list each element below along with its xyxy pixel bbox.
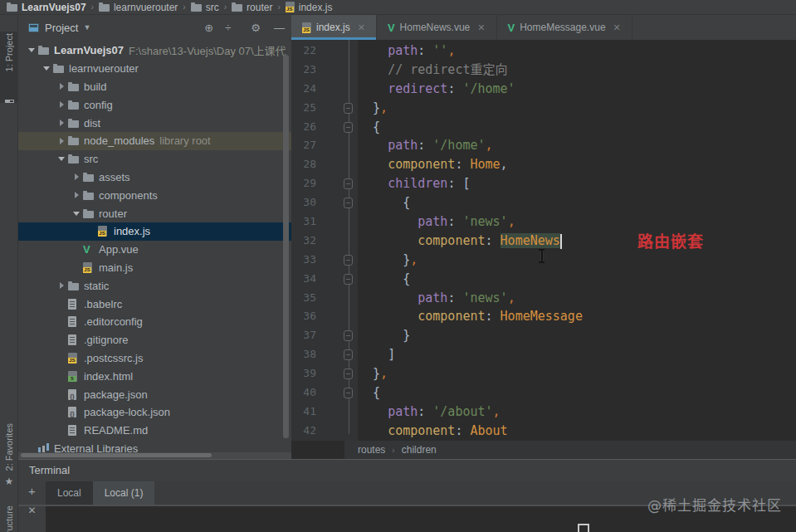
chevron-expanded-icon[interactable] [28,48,35,52]
editor-tab[interactable]: index.js✕ [291,15,377,40]
favorites-stripe-label: 2: Favorites [4,423,14,471]
tree-item-learnvuejs07[interactable]: LearnVuejs07F:\share\13-Vuejs\Day 07\上课代 [18,41,291,60]
tree-item-router[interactable]: router [18,204,291,222]
line-number: 41 [291,403,316,422]
code-text: }, [358,99,388,118]
js-icon [98,226,107,237]
breadcrumb-item[interactable]: index.js [286,2,333,13]
tree-item--editorconfig[interactable]: .editorconfig [18,313,291,331]
terminal-tab[interactable]: Local [46,481,93,505]
tree-item-package-json[interactable]: package.json [18,385,291,403]
tree-arrow [55,120,68,126]
tree-label: README.md [84,424,148,437]
fold-column [316,118,358,137]
breadcrumb-item[interactable]: learnvuerouter [99,2,178,13]
tree-item-package-lock-json[interactable]: package-lock.json [18,403,291,422]
tree-item--gitignore[interactable]: .gitignore [18,331,291,349]
code-line-39: 39 }, [291,364,796,383]
code-text: path: '/home', [358,136,493,155]
fold-icon[interactable] [344,122,353,133]
chevron-expanded-icon[interactable] [58,157,65,161]
fold-icon[interactable] [344,349,353,360]
tree-item-node-modules[interactable]: node_moduleslibrary root [18,132,291,150]
chevron-collapsed-icon[interactable] [60,138,64,144]
chevron-expanded-icon[interactable] [73,212,80,216]
tree-icon-slot [83,209,98,218]
tree-item-index-html[interactable]: index.html [18,367,291,385]
fold-icon[interactable] [344,103,353,114]
tree-icon-slot [68,371,83,382]
tree-item-readme-md[interactable]: README.md [18,422,291,440]
fold-icon[interactable] [344,255,353,266]
tree-vscrollbar[interactable] [283,55,289,438]
code-line-32: 32 component: HomeNews [291,232,796,251]
chevron-down-icon[interactable]: ▼ [83,23,90,32]
tree-item-static[interactable]: static [18,276,291,295]
close-terminal-button[interactable]: ✕ [27,505,36,516]
locate-icon[interactable]: ⊕ [204,22,213,34]
code-editor[interactable]: 22 path: '',23 // redirect重定向24 redirect… [291,40,796,459]
tree-arrow [55,138,68,144]
fold-icon[interactable] [344,274,353,285]
fold-icon[interactable] [344,388,353,398]
fold-icon[interactable] [344,178,353,189]
sidebar-item-structure[interactable]: Structure [0,505,18,532]
fold-icon[interactable] [344,368,353,379]
code-line-23: 23 // redirect重定向 [291,61,796,80]
add-terminal-button[interactable]: + [28,484,36,498]
terminal-title[interactable]: Terminal [18,460,796,481]
chevron-collapsed-icon[interactable] [60,83,64,90]
chevron-collapsed-icon[interactable] [60,282,64,289]
js-icon [286,2,295,12]
fold-icon[interactable] [344,198,353,208]
tree-icon-slot [53,64,68,73]
chevron-collapsed-icon[interactable] [60,101,64,108]
sidebar-item-favorites[interactable]: 2: Favorites ★ [0,423,18,496]
tree-item-build[interactable]: build [18,78,291,96]
tree-label: main.js [99,261,133,274]
tree-arrow [55,83,68,90]
tab-close-icon[interactable]: ✕ [613,22,621,33]
tab-close-icon[interactable]: ✕ [477,22,485,33]
fold-column [316,403,358,422]
tree-hscrollbar[interactable] [21,453,212,457]
tree-item-dist[interactable]: dist [18,114,291,132]
tree-item--babelrc[interactable]: .babelrc [18,295,291,313]
tree-item-src[interactable]: src [18,150,291,168]
json-icon [68,389,76,400]
chevron-collapsed-icon[interactable] [75,192,79,198]
tree-item-config[interactable]: config [18,95,291,114]
fold-column [316,61,358,80]
tree-label: assets [99,171,130,183]
tree-item-learnvuerouter[interactable]: learnvuerouter [18,60,291,78]
breadcrumb-item[interactable]: src [191,2,219,13]
breadcrumb-item[interactable]: LearnVuejs07 [7,2,86,13]
fold-icon[interactable] [344,330,353,341]
terminal-toolbar: + ✕ [18,481,46,532]
tree-item-app-vue[interactable]: VApp.vue [18,241,291,259]
chevron-collapsed-icon[interactable] [75,173,79,180]
terminal-tab[interactable]: Local (1) [93,481,155,505]
sidebar-item-project[interactable]: 1: Project [0,32,18,103]
collapse-all-icon[interactable]: ÷ [225,22,231,34]
chevron-expanded-icon[interactable] [43,66,50,71]
tab-close-icon[interactable]: ✕ [358,22,365,33]
breadcrumb-label: router [247,2,272,13]
breadcrumb-item[interactable]: router [232,2,272,13]
chevron-collapsed-icon[interactable] [60,120,64,126]
tab-label: HomeNews.vue [400,22,471,33]
project-panel-title[interactable]: Project [45,22,78,34]
tree-item-index-js[interactable]: index.js [18,222,291,241]
gear-icon[interactable]: ⚙ [251,22,261,34]
editor-breadcrumb-item[interactable]: children [402,444,437,456]
tree-item-components[interactable]: components [18,186,291,204]
tree-item-main-js[interactable]: main.js [18,259,291,277]
tree-item-assets[interactable]: assets [18,168,291,187]
editor-tab[interactable]: VHomeNews.vue✕ [377,15,497,40]
project-stripe-label: 1: Project [4,33,14,71]
editor-tab[interactable]: VHomeMessage.vue✕ [497,15,632,40]
editor-breadcrumb-item[interactable]: routes [358,444,385,456]
watermark: @稀土掘金技术社区 [647,494,782,515]
tree-item--postcssrc-js[interactable]: .postcssrc.js [18,349,291,368]
hide-panel-icon[interactable]: — [274,22,285,34]
